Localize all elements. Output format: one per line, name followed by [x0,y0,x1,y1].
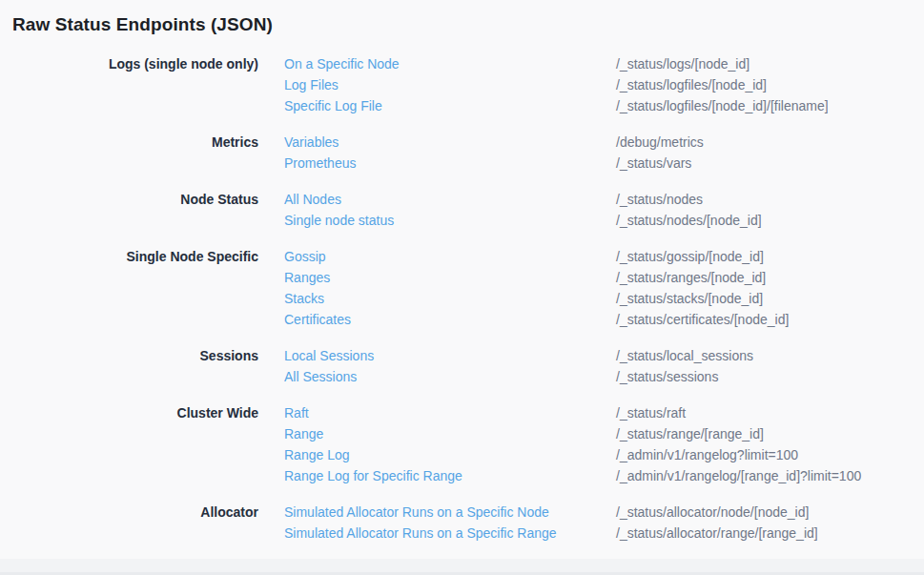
endpoint-link[interactable]: Stacks [284,288,324,309]
endpoint-path: /_status/stacks/[node_id] [616,288,924,309]
debug-endpoints-page: Raw Status Endpoints (JSON) Logs (single… [0,0,924,544]
endpoint-path: /_status/logs/[node_id] [616,53,924,74]
endpoint-link[interactable]: Specific Log File [284,95,382,116]
endpoint-link[interactable]: Certificates [284,309,351,330]
endpoint-path: /_status/gossip/[node_id] [616,246,924,267]
endpoint-path: /_status/raft [616,402,924,423]
endpoint-path: /_status/nodes/[node_id] [616,210,924,231]
category-label: Sessions [12,345,284,366]
endpoint-path: /_status/vars [616,153,924,174]
endpoint-path: /_status/range/[range_id] [616,423,924,444]
endpoint-link[interactable]: Gossip [284,246,326,267]
endpoint-link[interactable]: Simulated Allocator Runs on a Specific N… [284,502,549,523]
endpoint-link[interactable]: Log Files [284,74,339,95]
endpoint-path: /_admin/v1/rangelog?limit=100 [616,444,924,465]
endpoint-link[interactable]: All Nodes [284,189,341,210]
endpoint-path: /_status/ranges/[node_id] [616,267,924,288]
endpoint-link[interactable]: Simulated Allocator Runs on a Specific R… [284,523,557,544]
category-label: Logs (single node only) [12,53,284,74]
endpoint-link[interactable]: Variables [284,132,339,153]
page-title: Raw Status Endpoints (JSON) [12,13,924,36]
endpoint-group: Sessions Local Sessions /_status/local_s… [12,345,924,387]
endpoint-link[interactable]: All Sessions [284,366,357,387]
endpoint-path: /_status/certificates/[node_id] [616,309,924,330]
endpoint-path: /_status/local_sessions [616,345,924,366]
endpoint-link[interactable]: Single node status [284,210,394,231]
endpoint-path: /_status/logfiles/[node_id]/[filename] [616,95,924,116]
endpoint-group: Logs (single node only) On a Specific No… [12,53,924,116]
endpoint-group: Cluster Wide Raft /_status/raft Range /_… [12,402,924,486]
category-label: Metrics [12,132,284,153]
endpoint-path: /_status/sessions [616,366,924,387]
endpoint-path: /_status/allocator/node/[node_id] [616,502,924,523]
category-label: Node Status [12,189,284,210]
endpoint-link[interactable]: Local Sessions [284,345,374,366]
endpoint-group: Metrics Variables /debug/metrics Prometh… [12,132,924,174]
category-label: Allocator [12,502,284,523]
endpoint-group: Single Node Specific Gossip /_status/gos… [12,246,924,330]
endpoint-link[interactable]: On a Specific Node [284,53,400,74]
endpoint-path: /_admin/v1/rangelog/[range_id]?limit=100 [616,465,924,486]
endpoint-path: /_status/nodes [616,189,924,210]
category-label: Cluster Wide [12,402,284,423]
endpoint-link[interactable]: Range [284,423,323,444]
category-label: Single Node Specific [12,246,284,267]
endpoint-link[interactable]: Raft [284,402,309,423]
endpoint-link[interactable]: Range Log [284,444,350,465]
endpoint-link[interactable]: Range Log for Specific Range [284,465,462,486]
endpoints-table: Logs (single node only) On a Specific No… [12,53,924,544]
endpoint-link[interactable]: Ranges [284,267,330,288]
endpoint-path: /_status/allocator/range/[range_id] [616,523,924,544]
endpoint-group: Allocator Simulated Allocator Runs on a … [12,502,924,544]
endpoint-path: /debug/metrics [616,132,924,153]
endpoint-link[interactable]: Prometheus [284,153,356,174]
footer-strip [0,559,924,575]
endpoint-path: /_status/logfiles/[node_id] [616,74,924,95]
endpoint-group: Node Status All Nodes /_status/nodes Sin… [12,189,924,231]
